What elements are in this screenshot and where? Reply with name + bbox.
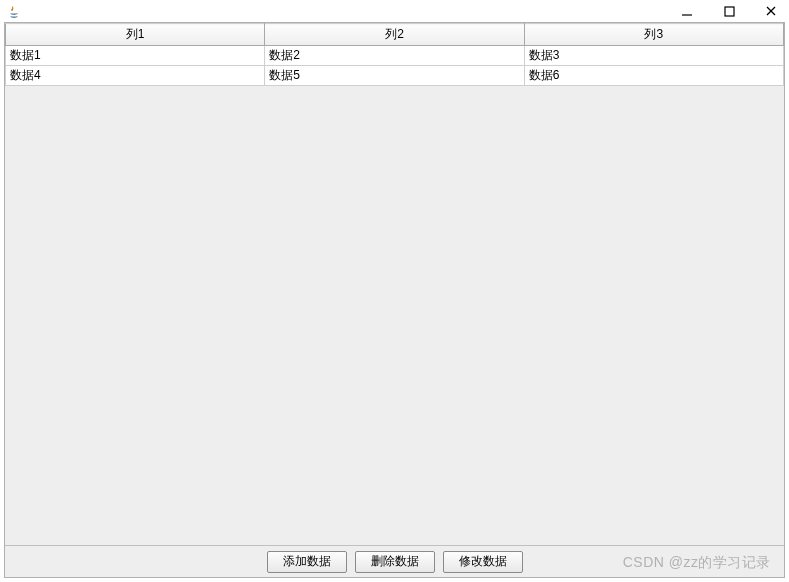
table-cell[interactable]: 数据4 (6, 66, 265, 86)
column-header[interactable]: 列3 (524, 24, 783, 46)
minimize-button[interactable] (677, 2, 697, 20)
table-cell[interactable]: 数据6 (524, 66, 783, 86)
add-data-button[interactable]: 添加数据 (267, 551, 347, 573)
delete-data-button[interactable]: 删除数据 (355, 551, 435, 573)
window-controls (677, 0, 781, 22)
close-button[interactable] (761, 2, 781, 20)
client-area: 列1 列2 列3 数据1 数据2 数据3 数据4 数据5 数据6 添加数据 (4, 22, 785, 578)
svg-rect-1 (725, 7, 734, 16)
column-header[interactable]: 列2 (265, 24, 524, 46)
button-bar: 添加数据 删除数据 修改数据 (5, 545, 784, 577)
table-header-row: 列1 列2 列3 (6, 24, 784, 46)
table-cell[interactable]: 数据1 (6, 46, 265, 66)
table-row[interactable]: 数据4 数据5 数据6 (6, 66, 784, 86)
window-titlebar (0, 0, 789, 22)
java-icon (6, 3, 22, 19)
modify-data-button[interactable]: 修改数据 (443, 551, 523, 573)
data-table[interactable]: 列1 列2 列3 数据1 数据2 数据3 数据4 数据5 数据6 (5, 23, 784, 86)
table-row[interactable]: 数据1 数据2 数据3 (6, 46, 784, 66)
table-cell[interactable]: 数据5 (265, 66, 524, 86)
table-container: 列1 列2 列3 数据1 数据2 数据3 数据4 数据5 数据6 (5, 23, 784, 545)
column-header[interactable]: 列1 (6, 24, 265, 46)
table-cell[interactable]: 数据3 (524, 46, 783, 66)
table-cell[interactable]: 数据2 (265, 46, 524, 66)
maximize-button[interactable] (719, 2, 739, 20)
